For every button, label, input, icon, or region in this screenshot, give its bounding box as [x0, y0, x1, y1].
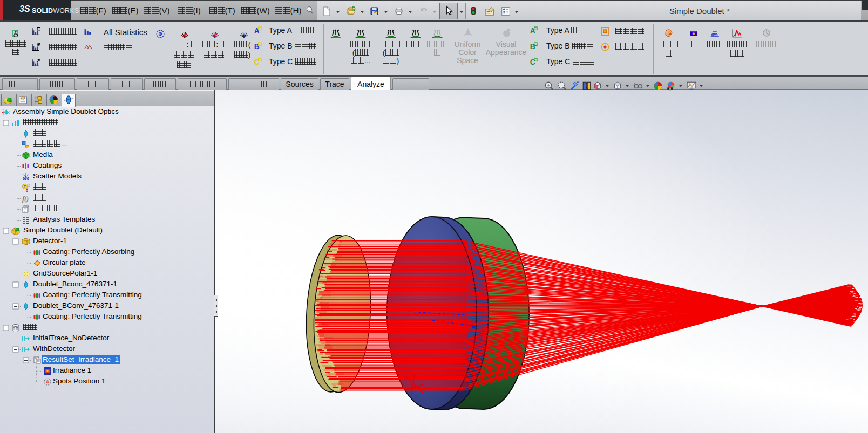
svg-text:f(): f(): [22, 195, 29, 203]
svg-text:T: T: [24, 185, 26, 189]
